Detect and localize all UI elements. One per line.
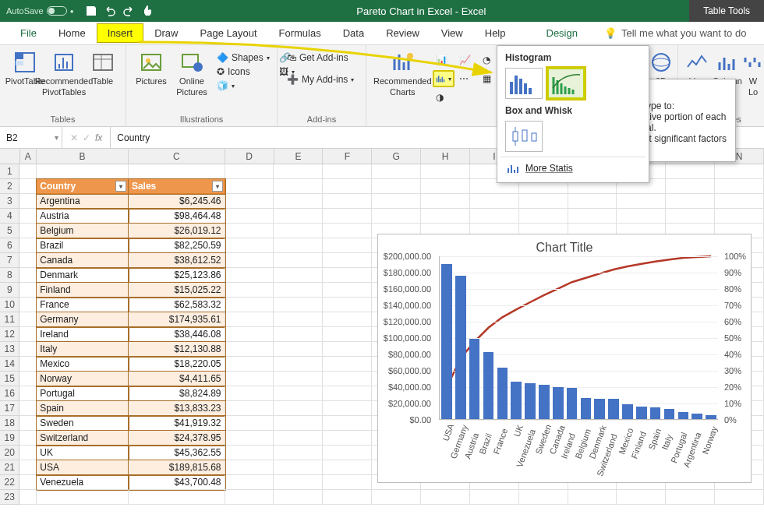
- cell[interactable]: [274, 194, 323, 209]
- save-icon[interactable]: [85, 5, 97, 17]
- cell[interactable]: [19, 475, 37, 490]
- icons-button[interactable]: ✪Icons: [214, 65, 273, 78]
- cell[interactable]: [225, 224, 274, 238]
- cell[interactable]: [568, 209, 617, 224]
- cell[interactable]: [19, 416, 37, 431]
- tab-formulas[interactable]: Formulas: [268, 23, 332, 43]
- cell[interactable]: [470, 194, 519, 209]
- cell[interactable]: [274, 460, 323, 475]
- tell-me-search[interactable]: 💡 Tell me what you want to do: [604, 27, 746, 39]
- cell[interactable]: [225, 327, 274, 342]
- row-header[interactable]: 9: [0, 283, 19, 298]
- cell[interactable]: $62,583.32: [129, 298, 225, 312]
- cell[interactable]: Sweden: [37, 416, 129, 431]
- column-header[interactable]: A: [20, 149, 37, 164]
- cell[interactable]: [323, 431, 372, 446]
- chart-bar[interactable]: [553, 387, 564, 419]
- row-header[interactable]: 3: [0, 194, 19, 209]
- cell[interactable]: [323, 164, 372, 179]
- cell[interactable]: [225, 253, 274, 268]
- chart-bar[interactable]: [691, 414, 702, 419]
- cell[interactable]: [274, 224, 323, 238]
- cell[interactable]: UK: [37, 446, 129, 460]
- cell[interactable]: $41,919.32: [129, 416, 225, 431]
- tab-review[interactable]: Review: [375, 23, 430, 43]
- cell[interactable]: [666, 209, 715, 224]
- cell[interactable]: $6,245.46: [129, 194, 225, 209]
- row-header[interactable]: 10: [0, 298, 19, 312]
- tab-design[interactable]: Design: [536, 23, 589, 43]
- touch-mode-icon[interactable]: [141, 5, 154, 17]
- fx-icon[interactable]: fx: [95, 132, 102, 143]
- row-header[interactable]: 5: [0, 224, 19, 238]
- cell[interactable]: [715, 209, 764, 224]
- row-header[interactable]: 8: [0, 268, 19, 283]
- name-box[interactable]: B2 ▾: [0, 127, 62, 148]
- row-header[interactable]: 20: [0, 446, 19, 460]
- cell[interactable]: [274, 475, 323, 490]
- cell[interactable]: [225, 209, 274, 224]
- cell[interactable]: [617, 209, 666, 224]
- cell[interactable]: [617, 194, 666, 209]
- cell[interactable]: [323, 298, 372, 312]
- cell[interactable]: [225, 460, 274, 475]
- chart-bar[interactable]: [581, 398, 592, 419]
- cell[interactable]: [19, 179, 37, 194]
- row-header[interactable]: 15: [0, 372, 19, 386]
- chart-bar[interactable]: [525, 383, 536, 419]
- cell[interactable]: Austria: [37, 209, 129, 224]
- cell[interactable]: [274, 416, 323, 431]
- cell[interactable]: [323, 342, 372, 357]
- 3d-models-button[interactable]: 🧊▾: [214, 79, 273, 92]
- cell[interactable]: [519, 194, 568, 209]
- cell[interactable]: [225, 298, 274, 312]
- cell[interactable]: [666, 179, 715, 194]
- cell[interactable]: [421, 490, 470, 505]
- tab-page-layout[interactable]: Page Layout: [189, 23, 268, 43]
- cell[interactable]: [715, 490, 764, 505]
- cell[interactable]: [372, 194, 421, 209]
- cell[interactable]: [274, 209, 323, 224]
- cell[interactable]: France: [37, 298, 129, 312]
- row-header[interactable]: 13: [0, 342, 19, 357]
- cell[interactable]: [274, 357, 323, 372]
- chart-bar[interactable]: [608, 399, 619, 419]
- filter-icon[interactable]: ▾: [115, 181, 126, 192]
- cell[interactable]: $12,130.88: [129, 342, 225, 357]
- chart-bar[interactable]: [664, 409, 675, 419]
- cell[interactable]: [274, 342, 323, 357]
- cell[interactable]: [323, 416, 372, 431]
- cell[interactable]: Germany: [37, 312, 129, 327]
- cell[interactable]: [323, 253, 372, 268]
- cell[interactable]: [323, 283, 372, 298]
- cell[interactable]: [19, 298, 37, 312]
- cell[interactable]: [19, 446, 37, 460]
- cell[interactable]: [225, 283, 274, 298]
- cell[interactable]: [19, 164, 37, 179]
- cell[interactable]: $24,378.95: [129, 431, 225, 446]
- cell[interactable]: $15,025.22: [129, 283, 225, 298]
- cell[interactable]: Norway: [37, 372, 129, 386]
- cell[interactable]: $8,824.89: [129, 386, 225, 401]
- cell[interactable]: Finland: [37, 283, 129, 298]
- cell[interactable]: [225, 490, 274, 505]
- combo-chart-button[interactable]: ◑: [433, 89, 455, 106]
- row-header[interactable]: 14: [0, 357, 19, 372]
- cell[interactable]: [225, 238, 274, 253]
- cell[interactable]: [323, 327, 372, 342]
- cell[interactable]: [323, 446, 372, 460]
- column-header[interactable]: F: [323, 149, 372, 164]
- scatter-chart-button[interactable]: ⋯: [456, 70, 478, 87]
- cell[interactable]: [19, 224, 37, 238]
- tab-insert[interactable]: Insert: [97, 23, 144, 43]
- chart-bar[interactable]: [636, 407, 647, 419]
- column-header[interactable]: G: [372, 149, 421, 164]
- shapes-button[interactable]: 🔷Shapes▾: [214, 51, 273, 64]
- cell[interactable]: $26,019.12: [129, 224, 225, 238]
- cell[interactable]: [274, 253, 323, 268]
- cell[interactable]: [372, 164, 421, 179]
- cell[interactable]: Italy: [37, 342, 129, 357]
- cell[interactable]: [421, 179, 470, 194]
- cell[interactable]: [225, 194, 274, 209]
- chart-bar[interactable]: [455, 276, 466, 419]
